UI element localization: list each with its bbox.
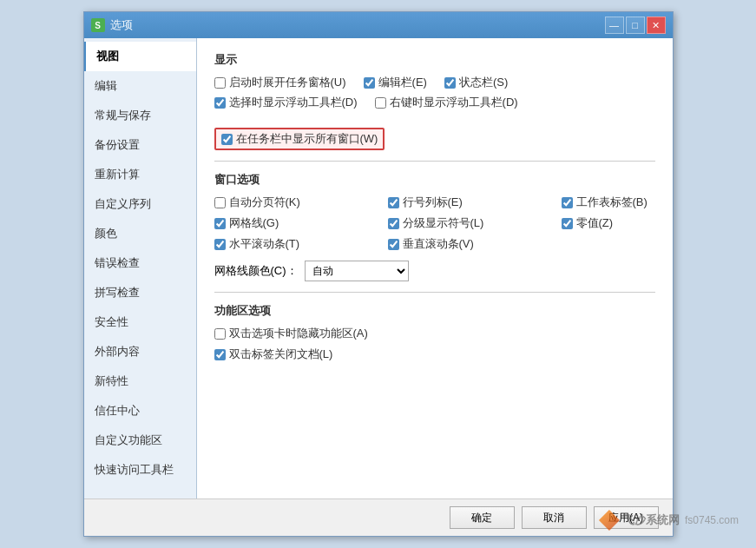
sidebar-item-external[interactable]: 外部内容 (84, 337, 196, 366)
grid-line-checkbox[interactable] (214, 218, 226, 229)
grid-color-label: 网格线颜色(C)： (214, 263, 298, 279)
right-click-float-label[interactable]: 右键时显示浮动工具栏(D) (375, 95, 518, 110)
work-tab-label[interactable]: 工作表标签(B) (562, 195, 673, 210)
v-scroll-text: 垂直滚动条(V) (403, 236, 474, 252)
work-tab-text: 工作表标签(B) (576, 195, 648, 210)
level-symbol-checkbox[interactable] (388, 218, 399, 229)
dbl-close-checkbox[interactable] (214, 349, 226, 360)
row-col-header-label[interactable]: 行号列标(E) (388, 195, 562, 210)
auto-open-text: 启动时展开任务窗格(U) (229, 75, 346, 90)
show-float-toolbar-checkbox[interactable] (214, 97, 226, 109)
section-divider-1 (214, 161, 655, 162)
window-options-grid: 自动分页符(K) 行号列标(E) 工作表标签(B) 网格线(G) 分级显示符号(… (214, 195, 655, 252)
title-bar-controls: — □ ✕ (605, 17, 666, 34)
sidebar: 视图编辑常规与保存备份设置重新计算自定义序列颜色错误检查拼写检查安全性外部内容新… (84, 38, 197, 498)
maximize-button[interactable]: □ (626, 17, 645, 34)
level-symbol-label[interactable]: 分级显示符号(L) (388, 215, 562, 231)
right-click-float-text: 右键时显示浮动工具栏(D) (390, 95, 518, 110)
show-all-windows-highlight: 在任务栏中显示所有窗口(W) (214, 128, 385, 150)
zero-value-checkbox[interactable] (562, 218, 573, 229)
right-click-float-checkbox[interactable] (375, 97, 386, 109)
zero-value-text: 零值(Z) (576, 215, 614, 231)
dbl-close-label[interactable]: 双击标签关闭文档(L) (214, 347, 655, 362)
sidebar-item-recalc[interactable]: 重新计算 (84, 160, 196, 189)
watermark-text: 飞沙系统网 (623, 512, 680, 528)
window-title: 选项 (110, 17, 133, 33)
section-divider-2 (214, 292, 655, 293)
sidebar-item-edit[interactable]: 编辑 (84, 71, 196, 101)
auto-open-checkbox[interactable] (214, 77, 226, 89)
row-col-header-checkbox[interactable] (388, 197, 399, 208)
sidebar-item-quick-access[interactable]: 快速访问工具栏 (84, 455, 196, 485)
grid-line-label[interactable]: 网格线(G) (214, 215, 388, 231)
auto-page-checkbox[interactable] (214, 197, 226, 208)
sidebar-item-trust[interactable]: 信任中心 (84, 396, 196, 426)
sidebar-item-error-check[interactable]: 错误检查 (84, 248, 196, 278)
func-section-title: 功能区选项 (214, 303, 655, 319)
show-all-windows-text: 在任务栏中显示所有窗口(W) (236, 131, 378, 147)
auto-page-text: 自动分页符(K) (229, 195, 300, 210)
sidebar-item-backup[interactable]: 备份设置 (84, 130, 196, 160)
close-button[interactable]: ✕ (647, 17, 666, 34)
window-section-title: 窗口选项 (214, 172, 655, 188)
watermark-logo-icon (599, 510, 620, 531)
main-panel: 显示 启动时展开任务窗格(U) 编辑栏(E) 状态栏(S) (197, 38, 673, 498)
row-col-header-text: 行号列标(E) (403, 195, 463, 210)
show-all-windows-checkbox[interactable] (221, 134, 233, 145)
dbl-hide-checkbox[interactable] (214, 328, 226, 340)
ok-button[interactable]: 确定 (450, 506, 515, 529)
watermark-url: fs0745.com (685, 514, 739, 526)
func-options: 双击选项卡时隐藏功能区(A) 双击标签关闭文档(L) (214, 326, 655, 362)
sidebar-item-general[interactable]: 常规与保存 (84, 101, 196, 130)
bottom-bar: 确定 取消 应用(A) (84, 498, 673, 536)
status-bar-text: 状态栏(S) (459, 75, 508, 90)
dbl-hide-text: 双击选项卡时隐藏功能区(A) (229, 326, 368, 341)
h-scroll-checkbox[interactable] (214, 239, 226, 250)
dbl-hide-label[interactable]: 双击选项卡时隐藏功能区(A) (214, 326, 655, 341)
formula-bar-checkbox[interactable] (364, 77, 375, 89)
formula-bar-label[interactable]: 编辑栏(E) (364, 75, 427, 90)
sidebar-item-view[interactable]: 视图 (84, 42, 196, 71)
status-bar-label[interactable]: 状态栏(S) (444, 75, 508, 90)
level-symbol-text: 分级显示符号(L) (403, 215, 484, 231)
display-section-title: 显示 (214, 52, 655, 68)
grid-line-text: 网格线(G) (229, 215, 279, 231)
auto-open-label[interactable]: 启动时展开任务窗格(U) (214, 75, 346, 90)
display-row-1: 启动时展开任务窗格(U) 编辑栏(E) 状态栏(S) (214, 75, 655, 90)
v-scroll-checkbox[interactable] (388, 239, 399, 250)
cancel-button[interactable]: 取消 (522, 506, 587, 529)
sidebar-item-new-features[interactable]: 新特性 (84, 366, 196, 396)
sidebar-item-custom-seq[interactable]: 自定义序列 (84, 189, 196, 219)
h-scroll-text: 水平滚动条(T) (229, 236, 300, 252)
show-all-windows-label[interactable]: 在任务栏中显示所有窗口(W) (221, 131, 378, 147)
h-scroll-label[interactable]: 水平滚动条(T) (214, 236, 388, 252)
status-bar-checkbox[interactable] (444, 77, 456, 89)
sidebar-item-spell[interactable]: 拼写检查 (84, 278, 196, 307)
title-bar-left: S 选项 (91, 17, 133, 33)
minimize-button[interactable]: — (605, 17, 624, 34)
v-scroll-label[interactable]: 垂直滚动条(V) (388, 236, 562, 252)
sidebar-item-color[interactable]: 颜色 (84, 219, 196, 248)
sidebar-item-custom-func[interactable]: 自定义功能区 (84, 426, 196, 455)
grid-color-dropdown[interactable]: 自动 (305, 261, 409, 281)
options-window: S 选项 — □ ✕ 视图编辑常规与保存备份设置重新计算自定义序列颜色错误检查拼… (83, 11, 674, 537)
watermark: 飞沙系统网 fs0745.com (599, 510, 739, 531)
title-bar: S 选项 — □ ✕ (84, 12, 673, 38)
app-icon: S (91, 18, 105, 32)
display-row-2: 选择时显示浮动工具栏(D) 右键时显示浮动工具栏(D) 在任务栏中显示所有窗口(… (214, 95, 655, 150)
show-float-toolbar-label[interactable]: 选择时显示浮动工具栏(D) (214, 95, 358, 110)
content-area: 视图编辑常规与保存备份设置重新计算自定义序列颜色错误检查拼写检查安全性外部内容新… (84, 38, 673, 498)
grid-color-row: 网格线颜色(C)： 自动 (214, 261, 655, 281)
dbl-close-text: 双击标签关闭文档(L) (229, 347, 333, 362)
sidebar-item-security[interactable]: 安全性 (84, 307, 196, 337)
show-float-toolbar-text: 选择时显示浮动工具栏(D) (229, 95, 358, 110)
work-tab-checkbox[interactable] (562, 197, 573, 208)
auto-page-label[interactable]: 自动分页符(K) (214, 195, 388, 210)
zero-value-label[interactable]: 零值(Z) (562, 215, 673, 231)
formula-bar-text: 编辑栏(E) (378, 75, 427, 90)
